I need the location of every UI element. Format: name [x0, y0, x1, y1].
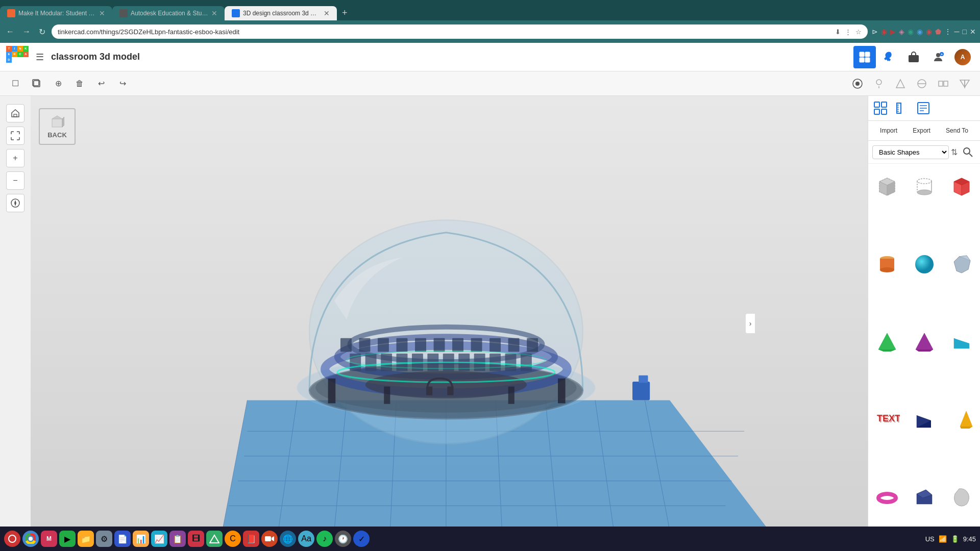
redo-button[interactable]: ↪	[113, 74, 132, 93]
ext-icon-7[interactable]: ⬟	[935, 28, 941, 36]
panel-toggle-button[interactable]: ›	[745, 313, 755, 334]
browser-icon[interactable]: 🌐	[280, 531, 296, 547]
shape-blue-complex[interactable]	[905, 473, 943, 519]
tab-1-close[interactable]: ✕	[99, 9, 105, 17]
svg-rect-81	[881, 109, 887, 114]
tab-1[interactable]: Make It Modular: Student Design... ✕	[0, 6, 112, 20]
tab-3-close[interactable]: ✕	[324, 9, 330, 17]
copy-button[interactable]	[28, 74, 46, 93]
ext-icon-4[interactable]: ◉	[908, 28, 914, 36]
shape-cylinder-hole[interactable]	[905, 164, 943, 210]
tab-2-close[interactable]: ✕	[211, 9, 217, 17]
shape-wedge-teal[interactable]	[943, 319, 980, 365]
shape-complex-grey[interactable]	[943, 241, 980, 287]
fit-view-button[interactable]	[6, 127, 24, 145]
zoom-in-button[interactable]: +	[6, 149, 24, 167]
viewport[interactable]: BACK	[31, 96, 868, 551]
camera-tool[interactable]	[848, 74, 867, 93]
delete-button[interactable]: 🗑	[70, 74, 89, 93]
cast-icon[interactable]: ⊳	[872, 28, 878, 36]
shape-text-3d[interactable]: TEXT TEXT	[868, 396, 905, 442]
compass-button[interactable]	[6, 194, 24, 212]
shape-box-hole[interactable]	[868, 164, 905, 210]
svg-marker-22	[62, 117, 64, 127]
settings-icon[interactable]: ⚙	[96, 531, 112, 547]
search-shapes-button[interactable]	[960, 144, 976, 160]
svg-rect-59	[378, 338, 389, 352]
grid-panel-button[interactable]	[870, 98, 891, 118]
translate-icon[interactable]: Aa	[298, 531, 314, 547]
import-button[interactable]: Import	[876, 125, 901, 136]
notes-panel-button[interactable]	[913, 98, 934, 118]
briefcase-button[interactable]	[902, 46, 925, 68]
new-object-button[interactable]: ☐	[6, 74, 24, 93]
taskbar-circle-icon[interactable]	[4, 531, 20, 547]
play-store-icon[interactable]: ▶	[59, 531, 76, 547]
menu-icon-button[interactable]: ☰	[34, 49, 46, 65]
restore-icon[interactable]: □	[963, 28, 967, 36]
grid-view-button[interactable]	[853, 46, 876, 68]
tab-2[interactable]: Autodesk Education & Student A... ✕	[112, 6, 225, 20]
undo-button[interactable]: ↩	[92, 74, 110, 93]
align-tool[interactable]	[913, 74, 931, 93]
shape-tool[interactable]	[891, 74, 910, 93]
docs-icon[interactable]: 📄	[114, 531, 131, 547]
ruler-panel-button[interactable]	[892, 98, 912, 118]
shape-cylinder-solid[interactable]	[868, 241, 905, 287]
shape-pyramid-yellow[interactable]	[943, 396, 980, 442]
shape-torus[interactable]	[868, 473, 905, 519]
category-arrows[interactable]: ⇅	[951, 147, 958, 157]
shape-box-solid[interactable]	[943, 164, 980, 210]
clock-icon[interactable]: 🕐	[335, 531, 351, 547]
zoom-out-button[interactable]: −	[6, 171, 24, 190]
files-icon[interactable]: 📁	[78, 531, 94, 547]
comet-icon[interactable]: C	[225, 531, 241, 547]
drive-icon[interactable]	[206, 531, 223, 547]
ext-icon-5[interactable]: ◉	[917, 28, 923, 36]
shape-sphere-solid[interactable]	[905, 241, 943, 287]
shape-pyramid-green[interactable]	[868, 319, 905, 365]
ext-icon-1[interactable]: ◉	[881, 28, 887, 36]
minimize-icon[interactable]: ─	[954, 28, 960, 36]
wrench-button[interactable]	[878, 46, 900, 68]
shape-category-select[interactable]: Basic Shapes	[872, 145, 949, 159]
svg-rect-4	[909, 55, 919, 62]
user-button[interactable]: +	[927, 46, 949, 68]
presentations-icon[interactable]: 🎞	[188, 531, 204, 547]
close-window-icon[interactable]: ✕	[970, 28, 976, 36]
svg-marker-133	[210, 535, 219, 543]
lightbulb-tool[interactable]	[870, 74, 888, 93]
ext-icon-6[interactable]: ◉	[926, 28, 932, 36]
send-to-button[interactable]: Send To	[942, 125, 972, 136]
spotify-icon[interactable]: ♪	[316, 531, 333, 547]
address-bar[interactable]: tinkercad.com/things/2SGDZeHLbpn-fantast…	[52, 24, 868, 39]
paste-button[interactable]: ⊕	[49, 74, 67, 93]
shape-wedge-navy[interactable]	[905, 396, 943, 442]
tab-3[interactable]: 3D design classroom 3d model ... ✕	[225, 6, 337, 20]
chrome-icon[interactable]	[22, 531, 39, 547]
export-button[interactable]: Export	[909, 125, 935, 136]
ext-icon-8[interactable]: ⋮	[944, 28, 951, 36]
todo-icon[interactable]: ✓	[353, 531, 370, 547]
ext-icon-2[interactable]: ▶	[890, 28, 896, 36]
back-button[interactable]: BACK	[39, 108, 76, 145]
tinkercad-logo[interactable]: T I N K E R C A D	[6, 46, 29, 68]
new-tab-button[interactable]: +	[337, 6, 353, 20]
ext-icon-3[interactable]: ◈	[899, 28, 904, 36]
forms-icon[interactable]: 📋	[169, 531, 186, 547]
home-view-button[interactable]	[6, 104, 24, 122]
meet-icon[interactable]	[261, 531, 278, 547]
gmail-icon[interactable]: M	[41, 531, 57, 547]
group-tool[interactable]	[934, 74, 952, 93]
pdf-icon[interactable]: 📕	[243, 531, 259, 547]
forward-nav-button[interactable]: →	[20, 25, 33, 38]
shape-grey-complex[interactable]	[943, 473, 980, 519]
back-nav-button[interactable]: ←	[4, 25, 16, 38]
sheets-icon[interactable]: 📈	[151, 531, 167, 547]
svg-marker-112	[878, 333, 896, 352]
mirror-tool[interactable]	[955, 74, 974, 93]
slides-icon[interactable]: 📊	[133, 531, 149, 547]
refresh-button[interactable]: ↻	[37, 25, 47, 39]
shape-pyramid-purple[interactable]	[905, 319, 943, 365]
profile-avatar-button[interactable]: A	[951, 46, 974, 68]
